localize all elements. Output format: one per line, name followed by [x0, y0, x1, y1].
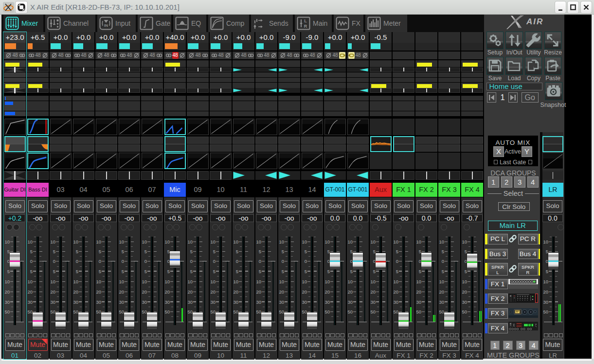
svg-text:AIR: AIR	[526, 17, 543, 26]
svg-text:IN: IN	[104, 23, 108, 28]
svg-text:R: R	[304, 24, 307, 29]
svg-text:L: L	[304, 18, 307, 23]
